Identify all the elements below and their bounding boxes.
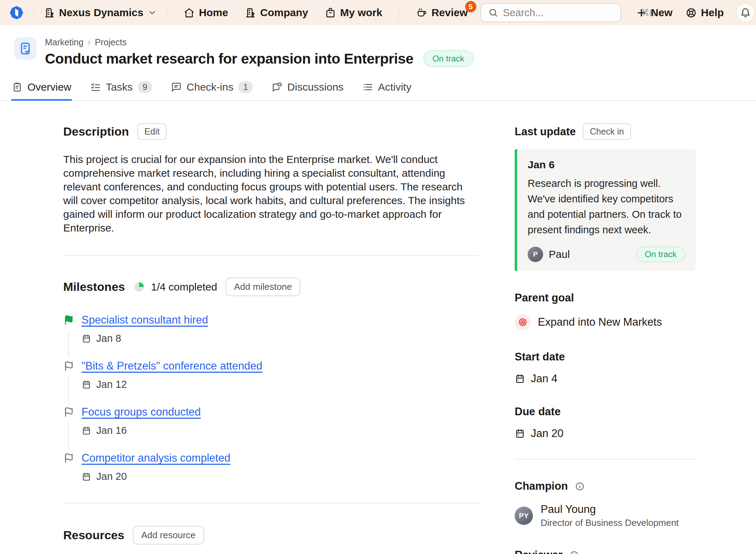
add-resource-button[interactable]: Add resource bbox=[133, 526, 204, 545]
info-icon[interactable] bbox=[569, 550, 579, 554]
project-sidebar: Last update Check in Jan 6 Research is p… bbox=[515, 123, 696, 554]
nav-item-review[interactable]: Review 5 bbox=[409, 7, 475, 19]
milestone-item: "Bits & Pretzels" conference attended Ja… bbox=[63, 360, 480, 406]
milestone-link[interactable]: "Bits & Pretzels" conference attended bbox=[82, 360, 262, 372]
search-input[interactable] bbox=[503, 7, 636, 19]
milestones-section: Milestones 1/4 completed Add milestone S… bbox=[63, 278, 480, 482]
due-date-value: Jan 20 bbox=[531, 427, 563, 440]
org-switcher[interactable]: Nexus Dynamics bbox=[44, 7, 157, 19]
calendar-icon bbox=[82, 380, 91, 390]
nav-divider bbox=[399, 5, 399, 20]
edit-description-button[interactable]: Edit bbox=[137, 123, 167, 140]
flag-icon bbox=[63, 452, 74, 464]
milestone-date: Jan 8 bbox=[96, 333, 121, 344]
check-in-button[interactable]: Check in bbox=[583, 123, 631, 140]
review-count-badge: 5 bbox=[465, 1, 476, 12]
tab-label: Activity bbox=[378, 81, 411, 93]
last-update-card[interactable]: Jan 6 Research is progressing well. We'v… bbox=[515, 149, 696, 271]
chevron-down-icon bbox=[148, 8, 157, 17]
tab-check-ins[interactable]: Check-ins 1 bbox=[170, 78, 254, 100]
info-icon[interactable] bbox=[575, 482, 585, 491]
new-button[interactable]: New bbox=[634, 7, 674, 19]
new-button-label: New bbox=[651, 7, 673, 19]
milestones-list: Specialist consultant hired Jan 8 "Bits … bbox=[63, 314, 480, 482]
status-badge: On track bbox=[423, 50, 474, 67]
tab-discussions[interactable]: Discussions bbox=[271, 78, 344, 100]
milestone-date: Jan 20 bbox=[96, 471, 127, 482]
nav-item-label: Review bbox=[431, 7, 468, 19]
home-icon bbox=[184, 7, 195, 18]
search-box[interactable]: ⌘K bbox=[481, 3, 621, 22]
flag-icon bbox=[63, 314, 74, 326]
flag-icon bbox=[63, 406, 74, 418]
project-icon bbox=[14, 37, 37, 60]
champion-person[interactable]: PY Paul Young Director of Business Devel… bbox=[515, 503, 696, 528]
description-text: This project is crucial for our expansio… bbox=[63, 152, 480, 235]
nav-item-label: My work bbox=[340, 7, 382, 19]
start-date-value: Jan 4 bbox=[531, 372, 558, 385]
avatar: PY bbox=[515, 507, 533, 525]
nav-item-company[interactable]: Company bbox=[238, 7, 315, 19]
tab-bar: Overview Tasks 9 Check-ins 1 Discussions… bbox=[0, 78, 756, 101]
help-icon bbox=[686, 7, 697, 18]
calendar-icon bbox=[82, 426, 91, 436]
nav-item-my-work[interactable]: My work bbox=[318, 7, 389, 19]
tab-label: Discussions bbox=[287, 81, 344, 93]
reviewer-title: Reviewer bbox=[515, 549, 562, 554]
section-divider bbox=[63, 255, 480, 256]
add-milestone-button[interactable]: Add milestone bbox=[226, 278, 300, 296]
resources-title: Resources bbox=[63, 528, 124, 542]
update-author: Paul bbox=[549, 248, 570, 260]
coffee-icon bbox=[416, 7, 427, 18]
calendar-icon bbox=[515, 373, 525, 384]
tasks-count-badge: 9 bbox=[138, 81, 152, 93]
clipboard-icon bbox=[12, 82, 22, 92]
champion-role: Director of Business Development bbox=[541, 517, 679, 528]
discussions-icon bbox=[272, 82, 282, 92]
milestone-link[interactable]: Focus groups conducted bbox=[82, 406, 201, 418]
milestone-item: Specialist consultant hired Jan 8 bbox=[63, 314, 480, 360]
breadcrumb: Marketing › Projects bbox=[45, 37, 474, 47]
list-checks-icon bbox=[90, 82, 101, 92]
tab-activity[interactable]: Activity bbox=[362, 78, 412, 100]
project-header: Marketing › Projects Conduct market rese… bbox=[0, 25, 756, 67]
nav-item-home[interactable]: Home bbox=[177, 7, 235, 19]
progress-pie-icon bbox=[133, 281, 145, 293]
sidebar-divider bbox=[515, 459, 696, 460]
calendar-icon bbox=[515, 428, 525, 439]
parent-goal-title: Parent goal bbox=[515, 292, 574, 304]
help-button-label: Help bbox=[701, 7, 724, 19]
briefcase-icon bbox=[325, 7, 336, 18]
milestone-link[interactable]: Competitor analysis completed bbox=[82, 452, 230, 464]
tab-label: Overview bbox=[27, 81, 71, 93]
milestone-link[interactable]: Specialist consultant hired bbox=[82, 314, 208, 326]
milestones-progress: 1/4 completed bbox=[151, 281, 217, 293]
description-title: Description bbox=[63, 125, 129, 138]
app-logo-icon[interactable] bbox=[9, 5, 24, 20]
milestone-date: Jan 16 bbox=[96, 425, 127, 436]
update-date: Jan 6 bbox=[528, 159, 685, 171]
company-icon bbox=[245, 7, 256, 18]
bell-icon bbox=[740, 7, 751, 18]
plus-icon bbox=[636, 7, 647, 18]
update-text: Research is progressing well. We've iden… bbox=[528, 176, 685, 237]
tab-label: Tasks bbox=[106, 81, 133, 93]
flag-icon bbox=[63, 360, 74, 372]
breadcrumb-marketing[interactable]: Marketing bbox=[45, 37, 84, 47]
parent-goal-link[interactable]: Expand into New Markets bbox=[538, 316, 662, 328]
top-nav: Nexus Dynamics Home Company My work Revi… bbox=[0, 0, 756, 25]
target-icon bbox=[515, 314, 531, 330]
nav-divider bbox=[167, 5, 167, 20]
notifications-button[interactable] bbox=[736, 3, 755, 22]
breadcrumb-projects[interactable]: Projects bbox=[95, 37, 126, 47]
start-date-title: Start date bbox=[515, 351, 565, 363]
last-update-title: Last update bbox=[515, 125, 576, 138]
message-icon bbox=[171, 82, 182, 92]
champion-name: Paul Young bbox=[541, 503, 679, 516]
section-divider bbox=[63, 503, 480, 503]
org-name: Nexus Dynamics bbox=[59, 7, 143, 19]
search-icon bbox=[488, 8, 498, 18]
help-button[interactable]: Help bbox=[684, 7, 725, 19]
tab-tasks[interactable]: Tasks 9 bbox=[90, 78, 153, 100]
tab-overview[interactable]: Overview bbox=[11, 78, 72, 100]
